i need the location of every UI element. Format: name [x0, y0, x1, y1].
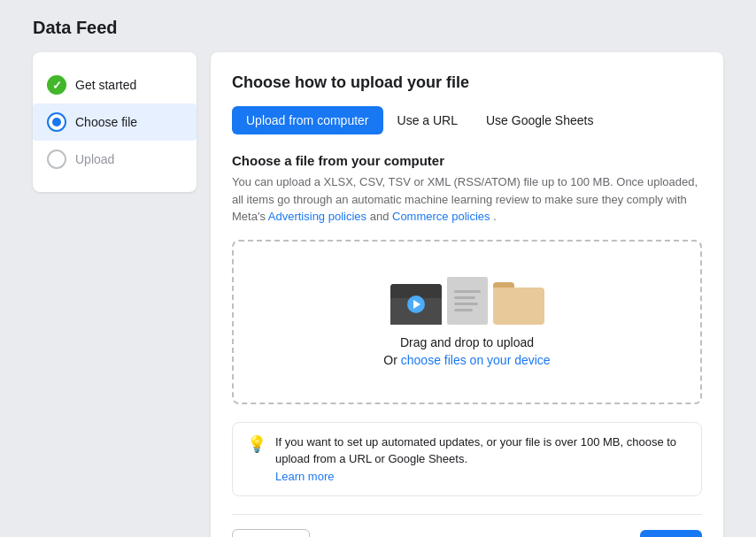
folder-icon	[493, 282, 544, 325]
section-title: Choose a file from your computer	[232, 153, 702, 168]
play-triangle-icon	[413, 300, 420, 309]
sidebar: ✓ Get started Choose file Upload	[33, 52, 197, 192]
commerce-policies-link[interactable]: Commerce policies	[392, 210, 490, 223]
content-panel: Choose how to upload your file Upload fr…	[211, 52, 723, 537]
dropzone-main-text: Drag and drop to upload	[383, 335, 550, 349]
choose-files-link[interactable]: choose files on your device	[401, 353, 551, 367]
sidebar-label-upload: Upload	[75, 152, 114, 166]
tab-computer[interactable]: Upload from computer	[232, 106, 383, 134]
step-icon-inactive	[47, 150, 66, 169]
dropzone[interactable]: Drag and drop to upload Or choose files …	[232, 240, 702, 404]
page-title: Data Feed	[33, 18, 723, 38]
page-container: Data Feed ✓ Get started Choose file Uplo…	[15, 0, 741, 537]
step-icon-done: ✓	[47, 75, 66, 95]
video-icon	[390, 284, 442, 325]
sidebar-item-choose-file[interactable]: Choose file	[33, 104, 197, 141]
next-button[interactable]: Next	[640, 530, 702, 537]
checkmark-icon: ✓	[52, 79, 62, 92]
dropzone-or-text: Or choose files on your device	[383, 353, 550, 367]
lightbulb-icon: 💡	[247, 434, 266, 454]
tab-sheets[interactable]: Use Google Sheets	[472, 106, 607, 134]
sidebar-label-get-started: Get started	[75, 78, 136, 92]
learn-more-link[interactable]: Learn more	[275, 470, 334, 483]
step-icon-active	[47, 112, 66, 132]
sidebar-label-choose-file: Choose file	[75, 115, 137, 129]
section-description: You can upload a XLSX, CSV, TSV or XML (…	[232, 173, 702, 226]
advertising-policies-link[interactable]: Advertising policies	[268, 210, 366, 223]
sidebar-item-upload: Upload	[33, 141, 197, 178]
tab-url[interactable]: Use a URL	[383, 106, 472, 134]
play-button-icon	[407, 295, 425, 313]
panel-title: Choose how to upload your file	[232, 73, 702, 92]
previous-button[interactable]: Previous	[232, 529, 310, 537]
tabs-container: Upload from computer Use a URL Use Googl…	[232, 106, 702, 135]
info-text-content: If you want to set up automated updates,…	[275, 433, 687, 486]
document-icon	[447, 277, 488, 325]
main-layout: ✓ Get started Choose file Upload Choose …	[33, 52, 723, 537]
dropzone-text: Drag and drop to upload Or choose files …	[383, 335, 550, 367]
footer: Previous Next	[232, 514, 702, 537]
dropzone-icons	[390, 277, 544, 325]
info-box: 💡 If you want to set up automated update…	[232, 422, 702, 497]
sidebar-item-get-started[interactable]: ✓ Get started	[33, 66, 197, 104]
